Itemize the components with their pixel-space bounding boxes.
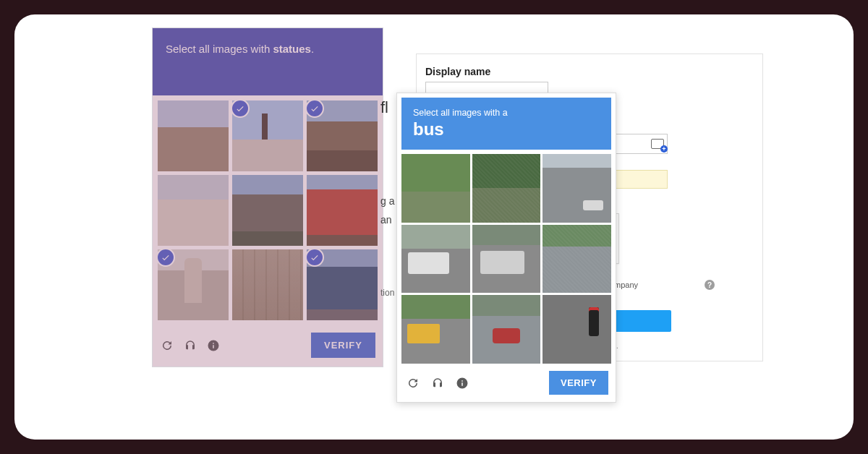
tile-traffic-light[interactable] [542, 295, 611, 364]
text-fragment-fl: fl [380, 98, 388, 117]
tile-trees-2[interactable] [472, 154, 541, 223]
tile-image [232, 249, 303, 320]
tile-image [401, 225, 470, 294]
tile-image [401, 154, 470, 223]
tile-image [158, 175, 229, 246]
tile-monument-statue[interactable] [158, 249, 229, 320]
text-fragment-an: an [380, 214, 392, 226]
verify-button[interactable]: VERIFY [311, 333, 375, 358]
tile-image [307, 175, 378, 246]
tile-trees-1[interactable] [401, 154, 470, 223]
text-fragment-tio: tion [380, 288, 394, 298]
verify-button[interactable]: VERIFY [549, 371, 608, 395]
captcha-bus-header: Select all images with a bus [401, 98, 611, 150]
captcha-statues-footer: VERIFY [153, 325, 383, 361]
headphones-icon[interactable] [430, 376, 445, 390]
tile-road-car[interactable] [542, 154, 611, 223]
tile-school-bus[interactable] [401, 295, 470, 364]
tile-rock-peaks[interactable] [232, 175, 303, 246]
tile-image [472, 154, 541, 223]
refresh-icon[interactable] [406, 376, 420, 390]
tile-highway[interactable] [542, 225, 611, 294]
captcha-bus-instruction-line2: bus [413, 119, 600, 140]
tile-image [472, 295, 541, 364]
info-icon[interactable] [455, 376, 469, 390]
captcha-statues-grid [153, 95, 383, 325]
tile-garage[interactable] [158, 175, 229, 246]
tile-blue-building[interactable] [307, 249, 378, 320]
captcha-bus: Select all images with a bus VERIFY [396, 93, 616, 403]
help-icon[interactable]: ? [705, 280, 715, 290]
tile-white-bus-2[interactable] [472, 225, 541, 294]
tile-image [542, 295, 611, 364]
text-fragment-ga: g a [380, 195, 394, 207]
tile-image [542, 154, 611, 223]
captcha-statues-header: Select all images with statues. [153, 28, 383, 95]
info-icon[interactable] [206, 338, 221, 353]
tile-image [158, 100, 229, 171]
captcha-bus-instruction-line1: Select all images with a [413, 108, 600, 118]
tile-stone-column[interactable] [158, 100, 229, 171]
tile-image [232, 175, 303, 246]
tile-red-building[interactable] [307, 175, 378, 246]
tile-red-car-street[interactable] [472, 295, 541, 364]
tile-image [401, 295, 470, 364]
envelope-plus-icon[interactable] [651, 139, 664, 149]
captcha-statues: Select all images with statues. [152, 27, 383, 367]
captcha-statues-instruction-prefix: Select all images with [166, 43, 273, 55]
tile-castle-gate[interactable] [307, 100, 378, 171]
tile-statue-plaza[interactable] [232, 100, 303, 171]
headphones-icon[interactable] [183, 338, 197, 353]
captcha-bus-footer: VERIFY [401, 364, 611, 398]
captcha-bus-grid [401, 154, 611, 364]
canvas: Select all images with statues. [14, 14, 854, 440]
refresh-icon[interactable] [160, 338, 174, 353]
tile-image [542, 225, 611, 294]
tile-apartment-block[interactable] [232, 249, 303, 320]
captcha-statues-target: statues [273, 43, 311, 55]
display-name-label: Display name [425, 66, 754, 77]
tile-white-bus-1[interactable] [401, 225, 470, 294]
tile-image [472, 225, 541, 294]
